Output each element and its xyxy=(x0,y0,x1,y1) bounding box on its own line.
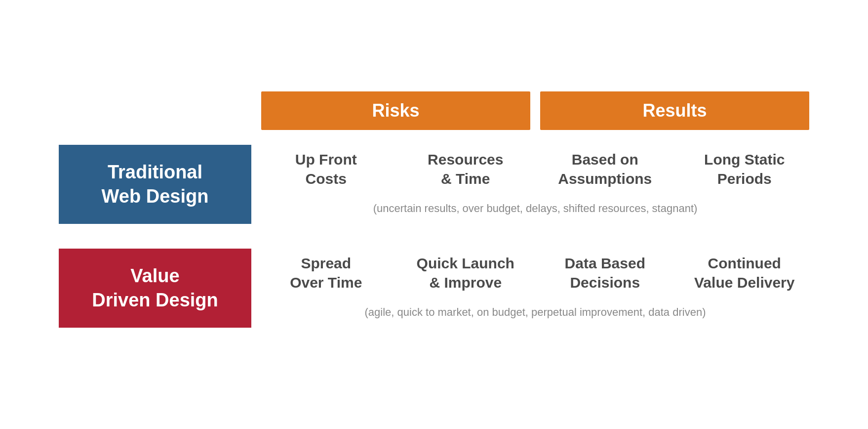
traditional-label-line1: Traditional xyxy=(108,162,202,182)
row-divider xyxy=(59,234,809,249)
header-row: Risks Results xyxy=(261,91,809,130)
traditional-content: Up FrontCosts Resources& Time Based onAs… xyxy=(261,145,809,220)
traditional-label: Traditional Web Design xyxy=(59,145,251,224)
traditional-section: Traditional Web Design Up FrontCosts Res… xyxy=(59,145,809,224)
value-content: SpreadOver Time Quick Launch& Improve Da… xyxy=(261,249,809,324)
traditional-footnote: (uncertain results, over budget, delays,… xyxy=(261,200,809,220)
value-label: Value Driven Design xyxy=(59,249,251,328)
value-label-line1: Value xyxy=(130,265,179,286)
value-result-2: ContinuedValue Delivery xyxy=(680,249,810,297)
results-label: Results xyxy=(642,100,707,121)
traditional-items-row: Up FrontCosts Resources& Time Based onAs… xyxy=(261,145,809,193)
traditional-risk-2: Resources& Time xyxy=(401,145,531,193)
value-risk-1: SpreadOver Time xyxy=(261,249,391,297)
value-risk-2: Quick Launch& Improve xyxy=(401,249,531,297)
traditional-result-2: Long StaticPeriods xyxy=(680,145,810,193)
value-section: Value Driven Design SpreadOver Time Quic… xyxy=(59,249,809,328)
value-items-row: SpreadOver Time Quick Launch& Improve Da… xyxy=(261,249,809,297)
risks-header: Risks xyxy=(261,91,530,130)
value-result-1: Data BasedDecisions xyxy=(540,249,670,297)
value-label-line2: Driven Design xyxy=(92,290,218,310)
main-container: Risks Results Traditional Web Design Up … xyxy=(39,82,829,347)
value-footnote: (agile, quick to market, on budget, perp… xyxy=(261,304,809,324)
traditional-result-1: Based onAssumptions xyxy=(540,145,670,193)
traditional-risk-1: Up FrontCosts xyxy=(261,145,391,193)
risks-label: Risks xyxy=(372,100,419,121)
results-header: Results xyxy=(540,91,809,130)
traditional-label-line2: Web Design xyxy=(102,186,209,207)
